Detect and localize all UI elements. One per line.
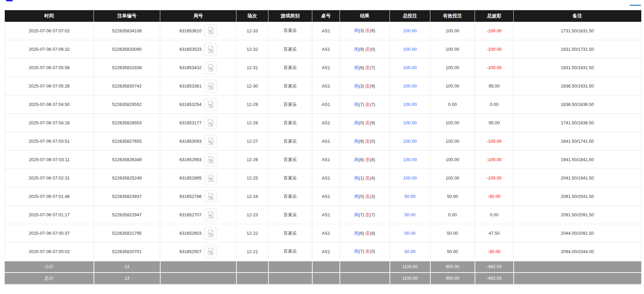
game-type-cell: 百家乐 <box>268 77 312 95</box>
total-bet-link[interactable]: 50.00 <box>390 243 430 261</box>
table-no-cell: AS1 <box>312 243 340 261</box>
result-banker-points: (7) <box>370 102 375 107</box>
result-player-label: 闲 <box>354 194 359 199</box>
video-replay-button[interactable] <box>204 98 217 111</box>
valid-bet-cell: 100.00 <box>430 169 475 187</box>
total-bet-link[interactable]: 50.00 <box>390 224 430 243</box>
summary-count: 13 <box>94 261 160 273</box>
table-no-cell: AS1 <box>312 169 340 187</box>
total-bet-link[interactable]: 100.00 <box>390 59 430 77</box>
total-bet-link[interactable]: 50.00 <box>390 187 430 206</box>
round-id: 631652993 <box>179 157 201 162</box>
valid-bet-cell: 100.00 <box>430 77 475 95</box>
result-banker-label: 庄 <box>365 47 370 52</box>
table-row: 2025-07-06 07:00:37 522635821795 6316526… <box>5 224 641 243</box>
result-banker-points: (9) <box>370 120 375 125</box>
time-cell: 2025-07-06 07:04:18 <box>5 114 94 132</box>
summary-game-type <box>268 273 312 284</box>
game-type-cell: 百家乐 <box>268 151 312 169</box>
result-player-label: 闲 <box>354 231 359 236</box>
round-cell: 631652707 <box>160 206 236 224</box>
result-player-points: (6) <box>359 157 364 162</box>
result-player-label: 闲 <box>354 120 359 125</box>
video-replay-icon <box>207 174 215 182</box>
col-header-game-type: 游戏类别 <box>268 10 312 22</box>
video-replay-button[interactable] <box>204 208 217 221</box>
result-banker-label: 庄 <box>365 83 370 89</box>
video-replay-button[interactable] <box>204 61 217 74</box>
result-banker-points: (4) <box>370 175 375 181</box>
video-replay-button[interactable] <box>204 190 217 203</box>
table-no-cell: AS1 <box>312 206 340 224</box>
session-cell: 12-27 <box>236 132 268 151</box>
result-banker-points: (3) <box>370 194 375 199</box>
col-header-payout: 总派彩 <box>475 10 514 22</box>
total-bet-link[interactable]: 100.00 <box>390 40 430 59</box>
remark-cell: 2094.00/2044.00 <box>514 243 641 261</box>
video-replay-button[interactable] <box>204 43 217 56</box>
total-bet-link[interactable]: 50.00 <box>390 206 430 224</box>
table-row: 2025-07-06 07:02:31 522635825249 6316528… <box>5 169 641 187</box>
result-player-points: (7) <box>359 212 364 217</box>
result-banker-label: 庄 <box>365 212 370 217</box>
video-replay-button[interactable] <box>204 153 217 166</box>
time-cell: 2025-07-06 07:03:11 <box>5 151 94 169</box>
valid-bet-cell: 50.00 <box>430 243 475 261</box>
table-no-cell: AS1 <box>312 187 340 206</box>
game-type-cell: 百家乐 <box>268 59 312 77</box>
valid-bet-cell: 0.00 <box>430 95 475 114</box>
payout-cell: 95.00 <box>475 77 514 95</box>
summary-total-bet: 1100.00 <box>390 273 430 284</box>
round-id: 631652707 <box>179 212 201 217</box>
round-id: 631653361 <box>179 83 201 89</box>
video-replay-button[interactable] <box>204 135 217 148</box>
total-bet-link[interactable]: 100.00 <box>390 132 430 151</box>
game-type-cell: 百家乐 <box>268 95 312 114</box>
video-replay-button[interactable] <box>204 227 217 240</box>
video-replay-button[interactable] <box>204 172 217 185</box>
round-id: 631653254 <box>179 102 201 107</box>
col-header-result: 结果 <box>340 10 390 22</box>
total-bet-link[interactable]: 100.00 <box>390 22 430 40</box>
payout-cell: 0.00 <box>475 206 514 224</box>
session-cell: 12-21 <box>236 243 268 261</box>
summary-session <box>236 273 268 284</box>
game-type-cell: 百家乐 <box>268 22 312 40</box>
result-banker-label: 庄 <box>365 102 370 107</box>
video-replay-button[interactable] <box>204 245 217 258</box>
total-bet-link[interactable]: 100.00 <box>390 77 430 95</box>
result-banker-label: 庄 <box>365 120 370 125</box>
payout-cell: -100.00 <box>475 151 514 169</box>
video-replay-icon <box>207 45 215 53</box>
total-bet-link[interactable]: 100.00 <box>390 95 430 114</box>
time-cell: 2025-07-06 07:01:17 <box>5 206 94 224</box>
round-cell: 631652507 <box>160 243 236 261</box>
col-header-session: 场次 <box>236 10 268 22</box>
truncated-link-marker[interactable] <box>6 0 13 1</box>
time-cell: 2025-07-06 07:05:56 <box>5 59 94 77</box>
round-id: 631653177 <box>179 120 201 125</box>
round-id: 631653093 <box>179 139 201 144</box>
session-cell: 12-25 <box>236 169 268 187</box>
video-replay-button[interactable] <box>204 117 217 129</box>
scroll-indicator-bar[interactable] <box>630 5 641 6</box>
bet-id-cell: 522635827655 <box>94 132 160 151</box>
video-replay-icon <box>207 27 215 35</box>
video-replay-icon <box>207 119 215 127</box>
result-cell: 闲(0) 庄(9) <box>340 114 390 132</box>
video-replay-button[interactable] <box>204 24 217 37</box>
time-cell: 2025-07-06 07:03:51 <box>5 132 94 151</box>
col-header-bet-id: 注单编号 <box>94 10 160 22</box>
result-banker-label: 庄 <box>365 249 370 254</box>
result-banker-label: 庄 <box>365 194 370 199</box>
result-cell: 闲(9) 庄(0) <box>340 40 390 59</box>
total-bet-link[interactable]: 100.00 <box>390 114 430 132</box>
video-replay-icon <box>207 64 215 72</box>
result-cell: 闲(9) 庄(0) <box>340 132 390 151</box>
total-bet-link[interactable]: 100.00 <box>390 151 430 169</box>
video-replay-button[interactable] <box>204 80 217 93</box>
payout-cell: 0.00 <box>475 95 514 114</box>
table-header: 时间 注单编号 局号 场次 游戏类别 桌号 结果 总投注 有效投注 总派彩 备注 <box>5 10 641 22</box>
total-bet-link[interactable]: 100.00 <box>390 169 430 187</box>
time-cell: 2025-07-06 07:05:26 <box>5 77 94 95</box>
